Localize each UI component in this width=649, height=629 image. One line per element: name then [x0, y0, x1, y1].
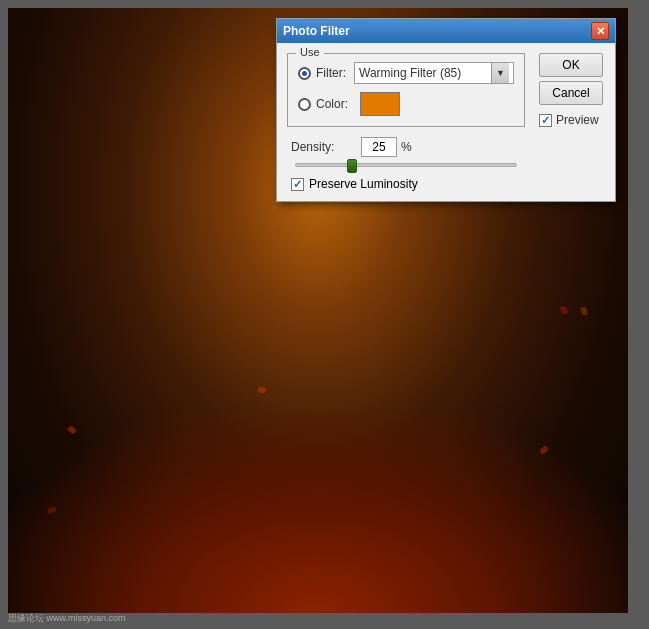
- density-input[interactable]: [361, 137, 397, 157]
- use-group-label: Use: [296, 46, 324, 58]
- color-swatch[interactable]: [360, 92, 400, 116]
- ok-button[interactable]: OK: [539, 53, 603, 77]
- density-slider-thumb[interactable]: [347, 159, 357, 173]
- color-row: Color:: [298, 92, 514, 116]
- photo-filter-dialog: Photo Filter ✕ Use Filter: Warming Filte…: [276, 18, 616, 202]
- filter-radio[interactable]: [298, 67, 311, 80]
- color-label: Color:: [316, 97, 348, 111]
- preserve-luminosity-label: Preserve Luminosity: [309, 177, 418, 191]
- color-radio[interactable]: [298, 98, 311, 111]
- preview-checkbox[interactable]: ✓: [539, 114, 552, 127]
- preview-label: Preview: [556, 113, 599, 127]
- filter-label: Filter:: [316, 66, 346, 80]
- density-slider-track[interactable]: [295, 163, 517, 167]
- filter-dropdown-value: Warming Filter (85): [359, 66, 461, 80]
- title-bar: Photo Filter ✕: [277, 19, 615, 43]
- filter-dropdown[interactable]: Warming Filter (85) ▼: [354, 62, 514, 84]
- preserve-luminosity-checkbox[interactable]: ✓: [291, 178, 304, 191]
- close-button[interactable]: ✕: [591, 22, 609, 40]
- dialog-right-panel: OK Cancel ✓ Preview: [535, 43, 615, 201]
- filter-row: Filter: Warming Filter (85) ▼: [298, 62, 514, 84]
- density-unit: %: [401, 140, 412, 154]
- dialog-title: Photo Filter: [283, 24, 591, 38]
- dialog-content: Use Filter: Warming Filter (85) ▼ Color:: [277, 43, 615, 201]
- preserve-luminosity-row: ✓ Preserve Luminosity: [287, 177, 525, 191]
- dialog-left-panel: Use Filter: Warming Filter (85) ▼ Color:: [277, 43, 535, 201]
- cancel-button[interactable]: Cancel: [539, 81, 603, 105]
- preview-row: ✓ Preview: [539, 113, 607, 127]
- slider-container: [291, 163, 521, 167]
- density-section: Density: %: [287, 137, 525, 167]
- use-group-box: Use Filter: Warming Filter (85) ▼ Color:: [287, 53, 525, 127]
- density-label: Density:: [291, 140, 351, 154]
- density-row: Density: %: [291, 137, 521, 157]
- watermark: 思缘论坛 www.missyuan.com: [8, 612, 126, 625]
- dropdown-arrow-icon[interactable]: ▼: [491, 63, 509, 83]
